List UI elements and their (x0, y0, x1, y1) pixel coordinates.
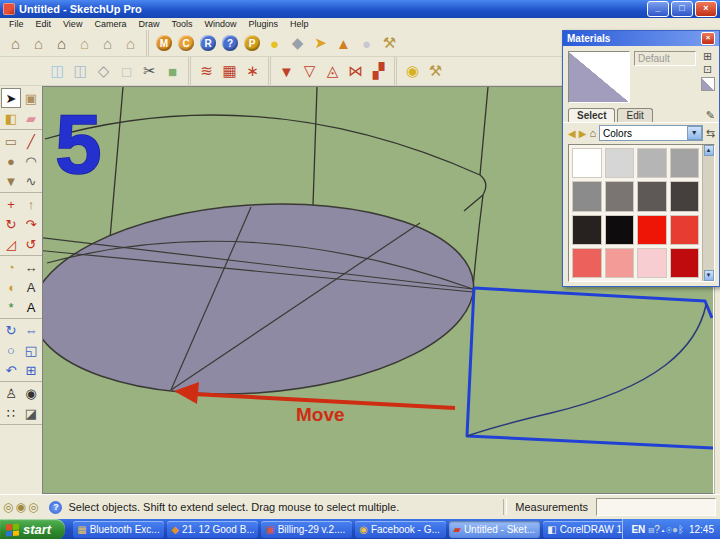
pro-tag-icon[interactable]: P (244, 35, 260, 51)
survey-icon[interactable]: ◉ (401, 60, 424, 82)
eraser-icon[interactable]: ▰ (21, 108, 41, 128)
look-around-tool-icon[interactable]: ◉ (21, 383, 41, 403)
zoom-previous-tool-icon[interactable]: ↶ (1, 360, 21, 380)
scroll-up-icon[interactable]: ▲ (704, 145, 714, 156)
reference-icon[interactable]: R (200, 35, 216, 51)
color-swatch[interactable] (605, 215, 635, 245)
text-tool-icon[interactable]: A (21, 277, 41, 297)
color-swatch[interactable] (572, 181, 602, 211)
arc-tool-icon[interactable]: ◠ (21, 151, 41, 171)
components-icon[interactable]: C (178, 35, 194, 51)
tab-select[interactable]: Select (568, 108, 615, 122)
scroll-down-icon[interactable]: ▼ (704, 270, 714, 281)
rotate-tool-icon[interactable]: ↻ (1, 214, 21, 234)
push-pull-tool-icon[interactable]: ↑ (21, 194, 41, 214)
drape-icon[interactable]: ▽ (298, 60, 321, 82)
color-swatch[interactable] (670, 148, 700, 178)
position-camera-tool-icon[interactable]: ♙ (1, 383, 21, 403)
language-indicator[interactable]: EN (631, 524, 645, 535)
menu-item-window[interactable]: Window (199, 19, 241, 29)
view-top-icon[interactable]: ⌂ (73, 32, 96, 54)
shaded-icon[interactable]: ■ (161, 60, 184, 82)
bluetooth-tray-icon[interactable]: ᛒ (678, 524, 684, 535)
view-front-icon[interactable]: ⌂ (50, 32, 73, 54)
menu-item-draw[interactable]: Draw (133, 19, 164, 29)
view-plan-icon[interactable]: ⌂ (119, 32, 142, 54)
material-name-field[interactable]: Default (634, 51, 696, 66)
circle-tool-icon[interactable]: ● (1, 151, 21, 171)
flag-icon[interactable]: ➤ (309, 32, 332, 54)
hidden-line-icon[interactable]: □ (115, 60, 138, 82)
materials-close-button[interactable]: × (701, 32, 715, 45)
color-swatch[interactable] (637, 215, 667, 245)
color-swatch[interactable] (637, 181, 667, 211)
taskbar-item-sketchup-window[interactable]: ▰Untitled - Sket... (449, 521, 540, 538)
zoom-tool-icon[interactable]: ○ (1, 340, 21, 360)
minimize-button[interactable]: _ (647, 1, 669, 17)
color-swatch[interactable] (605, 148, 635, 178)
sample-paint-icon[interactable]: ✎ (706, 109, 715, 122)
tab-edit[interactable]: Edit (617, 108, 652, 122)
make-component-icon[interactable]: ▣ (21, 88, 41, 108)
model-info-icon[interactable]: M (156, 35, 172, 51)
sphere-yellow-icon[interactable]: ● (263, 32, 286, 54)
color-swatch[interactable] (637, 248, 667, 278)
menu-item-view[interactable]: View (58, 19, 87, 29)
view-back-icon[interactable]: ⌂ (96, 32, 119, 54)
terrain-icon[interactable]: ▞ (367, 60, 390, 82)
view-side-icon[interactable]: ⌂ (27, 32, 50, 54)
back-edges-icon[interactable]: ◫ (69, 60, 92, 82)
smoove-icon[interactable]: ∗ (241, 60, 264, 82)
help-coin-icon[interactable]: ? (222, 35, 238, 51)
clock[interactable]: 12:45 (689, 524, 714, 535)
menu-item-tools[interactable]: Tools (166, 19, 197, 29)
stamp-icon[interactable]: ▼ (275, 60, 298, 82)
materials-title-bar[interactable]: Materials × (563, 31, 719, 46)
color-swatch[interactable] (670, 181, 700, 211)
section-cut-icon[interactable]: ✂ (138, 60, 161, 82)
section-plane-tool-icon[interactable]: ◪ (21, 403, 41, 423)
swatch-scrollbar[interactable]: ▲ ▼ (702, 145, 714, 281)
color-swatch[interactable] (637, 148, 667, 178)
menu-item-edit[interactable]: Edit (31, 19, 57, 29)
taskbar-item-good-b-window[interactable]: ◆21. 12 Good B... (167, 521, 258, 538)
scale-tool-icon[interactable]: ◿ (1, 234, 21, 254)
utilities-icon[interactable]: ⚒ (424, 60, 447, 82)
globe-icon[interactable]: ● (355, 32, 378, 54)
x-ray-icon[interactable]: ◫ (46, 60, 69, 82)
geo-location-icon[interactable]: ◎ (3, 500, 13, 514)
offset-tool-icon[interactable]: ↺ (21, 234, 41, 254)
taskbar-item-coreldraw-window[interactable]: ◧CorelDRAW 1... (543, 521, 622, 538)
dropdown-arrow-icon[interactable]: ▼ (687, 126, 702, 140)
collection-dropdown[interactable]: Colors ▼ (599, 125, 703, 141)
walk-tool-icon[interactable]: ∷ (1, 403, 21, 423)
color-swatch[interactable] (670, 248, 700, 278)
color-swatch[interactable] (572, 215, 602, 245)
axes-tool-icon[interactable]: * (1, 297, 21, 317)
forward-arrow-icon[interactable]: ▶ (579, 128, 587, 139)
flip-edge-icon[interactable]: ⋈ (344, 60, 367, 82)
close-button[interactable]: × (695, 1, 717, 17)
swap-collections-icon[interactable]: ⇆ (706, 127, 715, 140)
view-iso-icon[interactable]: ⌂ (4, 32, 27, 54)
back-arrow-icon[interactable]: ◀ (568, 128, 576, 139)
zoom-extents-tool-icon[interactable]: ⊞ (21, 360, 41, 380)
orbit-tool-icon[interactable]: ↻ (1, 320, 21, 340)
sandbox-from-contours-icon[interactable]: ≋ (195, 60, 218, 82)
taskbar-item-bluetooth-window[interactable]: ▦Bluetooth Exc... (73, 521, 164, 538)
color-swatch[interactable] (572, 148, 602, 178)
restore-button[interactable]: □ (671, 1, 693, 17)
wireframe-icon[interactable]: ◇ (92, 60, 115, 82)
zoom-window-tool-icon[interactable]: ◱ (21, 340, 41, 360)
rectangle-tool-icon[interactable]: ▭ (1, 131, 21, 151)
dimension-tool-icon[interactable]: ↔ (21, 257, 41, 277)
polygon-tool-icon[interactable]: ▼ (1, 171, 21, 191)
move-tool-icon[interactable]: + (1, 194, 21, 214)
taskbar-item-facebook-window[interactable]: ◉Facebook - G... (355, 521, 446, 538)
start-button[interactable]: start (0, 519, 65, 539)
add-detail-icon[interactable]: ◬ (321, 60, 344, 82)
sign-in-icon[interactable]: ◎ (28, 500, 38, 514)
freehand-tool-icon[interactable]: ∿ (21, 171, 41, 191)
menu-item-plugins[interactable]: Plugins (243, 19, 283, 29)
follow-me-tool-icon[interactable]: ↷ (21, 214, 41, 234)
